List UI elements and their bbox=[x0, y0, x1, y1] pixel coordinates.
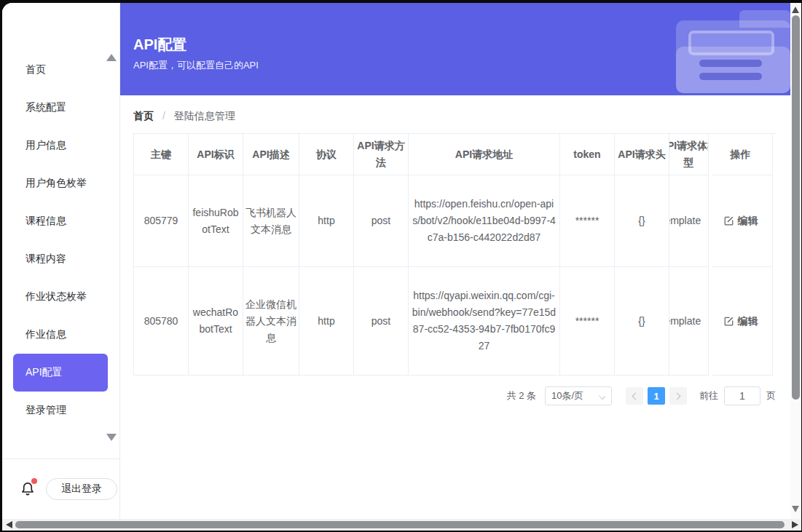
sidebar-item-homework-info[interactable]: 作业信息 bbox=[2, 316, 119, 354]
breadcrumb: 首页 / 登陆信息管理 bbox=[133, 110, 235, 123]
column-header: 协议 bbox=[299, 134, 354, 175]
app-window: 首页系统配置用户信息用户角色枚举课程信息课程内容作业状态枚举作业信息API配置登… bbox=[0, 0, 802, 532]
cell-body_type: template bbox=[669, 175, 709, 267]
breadcrumb-separator: / bbox=[162, 110, 165, 122]
table-row: 805779feishuRobotText飞书机器人文本消息httppostht… bbox=[134, 175, 776, 267]
main-content: 首页 / 登陆信息管理 主键API标识API描述协议API请求方法API请求地址… bbox=[120, 95, 790, 519]
page-subtitle: API配置，可以配置自己的API bbox=[133, 59, 259, 72]
sidebar-item-home[interactable]: 首页 bbox=[2, 51, 119, 89]
next-page-button[interactable] bbox=[669, 387, 687, 405]
sidebar-menu: 首页系统配置用户信息用户角色枚举课程信息课程内容作业状态枚举作业信息API配置登… bbox=[2, 51, 119, 429]
scroll-left-arrow-icon[interactable] bbox=[6, 521, 12, 528]
sidebar-item-user-role-enum[interactable]: 用户角色枚举 bbox=[2, 164, 119, 202]
vertical-scrollbar[interactable] bbox=[790, 3, 801, 519]
column-header: API请求地址 bbox=[409, 134, 560, 175]
cell-method: post bbox=[354, 267, 409, 376]
breadcrumb-current: 登陆信息管理 bbox=[174, 110, 235, 122]
scroll-down-arrow-icon[interactable] bbox=[792, 506, 799, 512]
cell-id: 805779 bbox=[134, 175, 189, 267]
scroll-right-arrow-icon[interactable] bbox=[792, 521, 798, 528]
column-header: API标识 bbox=[189, 134, 243, 175]
edit-button[interactable]: 编辑 bbox=[723, 313, 758, 330]
edit-label: 编辑 bbox=[738, 313, 758, 330]
cell-headers: {} bbox=[615, 175, 669, 267]
sidebar-item-course-content[interactable]: 课程内容 bbox=[2, 240, 119, 278]
notification-bell-icon[interactable] bbox=[20, 480, 36, 498]
edit-label: 编辑 bbox=[738, 213, 758, 229]
sidebar: 首页系统配置用户信息用户角色枚举课程信息课程内容作业状态枚举作业信息API配置登… bbox=[2, 3, 120, 519]
jump-page-input[interactable] bbox=[724, 386, 760, 405]
column-header: API请求方法 bbox=[354, 134, 409, 175]
cell-url: https://qyapi.weixin.qq.com/cgi-bin/webh… bbox=[409, 267, 560, 376]
horizontal-scrollbar[interactable] bbox=[2, 519, 801, 531]
fixed-column-gap bbox=[709, 134, 712, 376]
cell-protocol: http bbox=[299, 175, 354, 267]
page-banner: API配置 API配置，可以配置自己的API bbox=[120, 3, 790, 95]
cell-token: ****** bbox=[560, 267, 615, 376]
column-header: API请求头 bbox=[615, 134, 669, 175]
sidebar-item-api-config[interactable]: API配置 bbox=[13, 354, 108, 392]
column-header: 操作 bbox=[709, 134, 773, 175]
cell-actions: 编辑 bbox=[709, 267, 773, 376]
cell-text: template bbox=[669, 313, 709, 330]
chevron-down-icon bbox=[599, 393, 605, 400]
column-header: 主键 bbox=[134, 134, 189, 175]
table-row: 805780wechatRobotText企业微信机器人文本消息httppost… bbox=[134, 267, 776, 376]
sidebar-footer: 退出登录 bbox=[2, 458, 120, 519]
edit-button[interactable]: 编辑 bbox=[723, 213, 758, 229]
column-header-text: API请求体类型 bbox=[669, 138, 709, 171]
menu-scroll-down-icon[interactable] bbox=[106, 434, 117, 441]
page-size-select[interactable]: 10条/页 bbox=[545, 386, 612, 405]
cell-description: 飞书机器人文本消息 bbox=[243, 175, 299, 267]
sidebar-item-system-config[interactable]: 系统配置 bbox=[2, 89, 119, 127]
column-header: token bbox=[560, 134, 615, 175]
breadcrumb-home-link[interactable]: 首页 bbox=[133, 110, 154, 122]
horizontal-scrollbar-thumb[interactable] bbox=[15, 521, 785, 528]
cell-method: post bbox=[354, 175, 409, 267]
cell-id: 805780 bbox=[134, 267, 189, 376]
cell-description: 企业微信机器人文本消息 bbox=[243, 267, 299, 376]
edit-icon bbox=[723, 215, 734, 226]
pagination: 共 2 条 10条/页 1 前往 页 bbox=[133, 386, 776, 405]
jump-unit: 页 bbox=[766, 389, 776, 402]
cell-actions: 编辑 bbox=[709, 175, 773, 267]
cell-text: template bbox=[669, 213, 709, 229]
chevron-left-icon bbox=[632, 392, 640, 400]
sidebar-item-login-management[interactable]: 登录管理 bbox=[2, 392, 119, 429]
notification-dot bbox=[31, 478, 37, 484]
cell-protocol: http bbox=[299, 267, 354, 376]
api-table: 主键API标识API描述协议API请求方法API请求地址tokenAPI请求头A… bbox=[133, 133, 776, 376]
logout-button[interactable]: 退出登录 bbox=[46, 478, 117, 500]
chevron-right-icon bbox=[674, 392, 681, 400]
page-size-value: 10条/页 bbox=[551, 389, 583, 402]
cell-body_type: template bbox=[669, 267, 709, 376]
column-header: API请求体类型 bbox=[669, 134, 709, 175]
cell-token: ****** bbox=[560, 175, 615, 267]
scroll-up-arrow-icon[interactable] bbox=[792, 7, 799, 13]
cell-headers: {} bbox=[615, 267, 669, 376]
sidebar-item-user-info[interactable]: 用户信息 bbox=[2, 127, 119, 164]
prev-page-button[interactable] bbox=[626, 387, 643, 405]
vertical-scrollbar-thumb[interactable] bbox=[792, 15, 800, 400]
jump-label: 前往 bbox=[699, 389, 718, 402]
cell-key: feishuRobotText bbox=[189, 175, 243, 267]
browser-viewport: 首页系统配置用户信息用户角色枚举课程信息课程内容作业状态枚举作业信息API配置登… bbox=[2, 3, 801, 531]
cell-url: https://open.feishu.cn/open-apis/bot/v2/… bbox=[409, 175, 560, 267]
edit-icon bbox=[723, 316, 734, 327]
sidebar-item-course-info[interactable]: 课程信息 bbox=[2, 202, 119, 240]
page-number-button[interactable]: 1 bbox=[648, 387, 665, 405]
column-header: API描述 bbox=[243, 134, 299, 175]
table-header-row: 主键API标识API描述协议API请求方法API请求地址tokenAPI请求头A… bbox=[134, 134, 776, 175]
page-title: API配置 bbox=[133, 35, 186, 55]
folder-illustration-icon bbox=[676, 3, 790, 95]
sidebar-item-homework-status-enum[interactable]: 作业状态枚举 bbox=[2, 278, 119, 316]
cell-key: wechatRobotText bbox=[189, 267, 243, 376]
pagination-total: 共 2 条 bbox=[507, 389, 536, 402]
